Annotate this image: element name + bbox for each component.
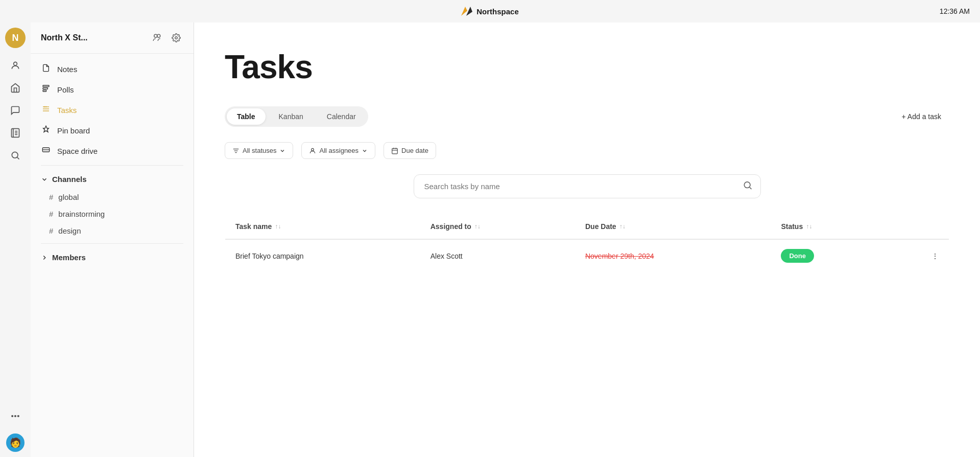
search-wrapper [414,174,761,198]
hash-icon: # [49,210,53,218]
sidebar-item-pinboard[interactable]: Pin board [31,120,194,141]
all-assignees-filter[interactable]: All assignees [301,142,375,159]
row-menu-button[interactable]: ⋮ [888,239,949,272]
main-content: Tasks Table Kanban Calendar + Add a task [194,22,980,457]
sort-icon: ↑↓ [474,223,481,230]
all-statuses-filter[interactable]: All statuses [225,142,293,159]
home-icon[interactable] [5,78,26,98]
view-tabs: Table Kanban Calendar [225,106,368,127]
svg-point-14 [157,34,160,37]
divider-2 [41,243,183,244]
user-avatar[interactable]: 🧑 [6,433,25,452]
sidebar: North X St... [31,22,194,457]
col-due-date[interactable]: Due Date ↑↓ [575,214,771,240]
due-date-cell: November 29th, 2024 [575,239,771,272]
sidebar-members-icon[interactable] [150,31,164,45]
due-date-filter[interactable]: Due date [384,142,436,159]
pinboard-icon [41,125,51,135]
add-task-button[interactable]: + Add a task [894,108,949,125]
assigned-to-cell: Alex Scott [420,239,575,272]
svg-line-35 [749,187,751,189]
person-filter-icon [309,147,316,154]
col-status[interactable]: Status ↑↓ [771,214,888,240]
filter-icon [232,147,240,154]
tabs-row: Table Kanban Calendar + Add a task [225,106,949,127]
sidebar-item-spacedrive[interactable]: Space drive [31,141,194,161]
chat-icon[interactable] [5,100,26,121]
svg-point-15 [175,37,178,39]
svg-rect-18 [43,90,46,92]
svg-point-29 [312,148,314,151]
col-actions [888,214,949,240]
person-icon[interactable] [5,55,26,76]
sidebar-item-notes[interactable]: Notes [31,59,194,79]
channel-global[interactable]: # global [31,189,194,205]
divider-1 [41,165,183,166]
svg-point-10 [12,416,13,417]
due-date-value: November 29th, 2024 [585,252,654,260]
hash-icon: # [49,193,53,201]
page-title: Tasks [225,48,949,86]
app-title: Northspace [461,7,519,16]
col-assigned-to[interactable]: Assigned to ↑↓ [420,214,575,240]
svg-rect-17 [43,88,47,89]
channels-section[interactable]: Channels [31,170,194,189]
task-name-cell: Brief Tokyo campaign [225,239,420,272]
tasks-table: Task name ↑↓ Assigned to ↑↓ [225,214,949,272]
status-cell: Done [771,239,888,272]
svg-marker-1 [466,7,472,16]
sort-icon: ↑↓ [275,223,281,230]
tasks-icon [41,105,51,115]
notebook-icon[interactable] [5,123,26,143]
filters-row: All statuses All assignees [225,142,949,159]
clock: 12:36 AM [940,7,970,15]
svg-point-11 [15,416,16,417]
sidebar-header: North X St... [31,22,194,54]
svg-point-13 [154,34,157,37]
chevron-down-icon [362,148,368,154]
svg-point-8 [12,152,18,158]
sort-icon: ↑↓ [619,223,626,230]
svg-rect-16 [43,85,49,87]
hash-icon: # [49,226,53,235]
chevron-down-icon [279,148,285,154]
search-tasks-input[interactable] [414,174,761,198]
svg-rect-30 [392,148,398,154]
calendar-icon [391,147,398,154]
notes-icon [41,64,51,74]
search-container [225,174,949,198]
workspace-avatar[interactable]: N [5,28,26,48]
search-icon[interactable] [5,145,26,166]
sidebar-item-polls[interactable]: Polls [31,79,194,100]
table-header-row: Task name ↑↓ Assigned to ↑↓ [225,214,949,240]
status-badge-done: Done [781,249,814,263]
svg-marker-0 [461,7,467,16]
svg-point-12 [18,416,19,417]
sort-icon: ↑↓ [806,223,812,230]
members-section[interactable]: Members [31,248,194,267]
icon-rail: N [0,22,31,457]
top-bar: Northspace 12:36 AM [0,0,980,22]
channel-design[interactable]: # design [31,222,194,239]
polls-icon [41,84,51,95]
search-submit-icon[interactable] [743,180,753,193]
logo-icon [461,7,472,16]
tab-calendar[interactable]: Calendar [317,108,366,125]
tab-table[interactable]: Table [227,108,266,125]
sidebar-nav: Notes Polls [31,54,194,272]
sidebar-settings-icon[interactable] [169,31,183,45]
col-task-name[interactable]: Task name ↑↓ [225,214,420,240]
table-row: Brief Tokyo campaign Alex Scott November… [225,239,949,272]
tab-kanban[interactable]: Kanban [269,108,314,125]
more-icon[interactable] [5,406,26,426]
svg-point-34 [744,181,750,188]
sidebar-item-tasks[interactable]: Tasks [31,100,194,120]
svg-line-9 [17,157,19,159]
sidebar-workspace-title: North X St... [41,33,88,42]
spacedrive-icon [41,146,51,156]
channel-brainstorming[interactable]: # brainstorming [31,205,194,222]
svg-point-2 [14,62,17,65]
